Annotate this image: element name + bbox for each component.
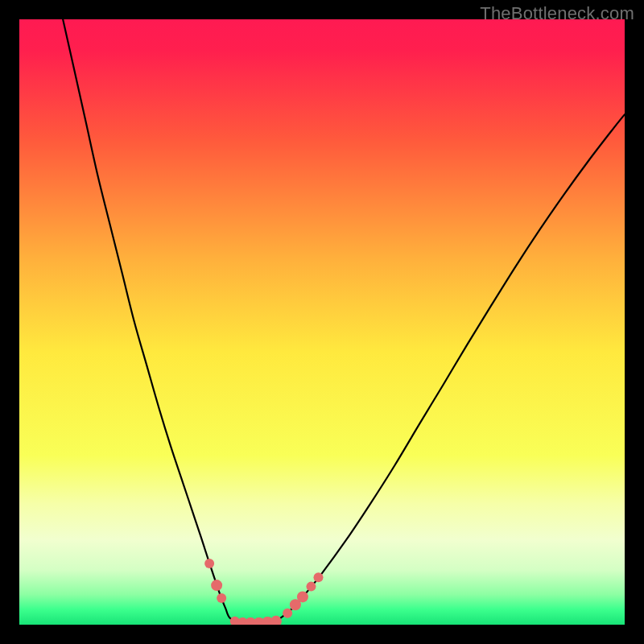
data-marker: [283, 609, 292, 618]
gradient-background: [19, 19, 625, 625]
data-marker: [217, 593, 226, 603]
data-marker: [204, 559, 214, 568]
data-marker: [306, 582, 316, 592]
chart-svg: [19, 19, 625, 625]
data-marker: [297, 591, 308, 602]
data-marker: [313, 572, 323, 582]
data-marker: [211, 580, 222, 591]
watermark-text: TheBottleneck.com: [480, 3, 634, 24]
chart-frame: [19, 19, 625, 625]
